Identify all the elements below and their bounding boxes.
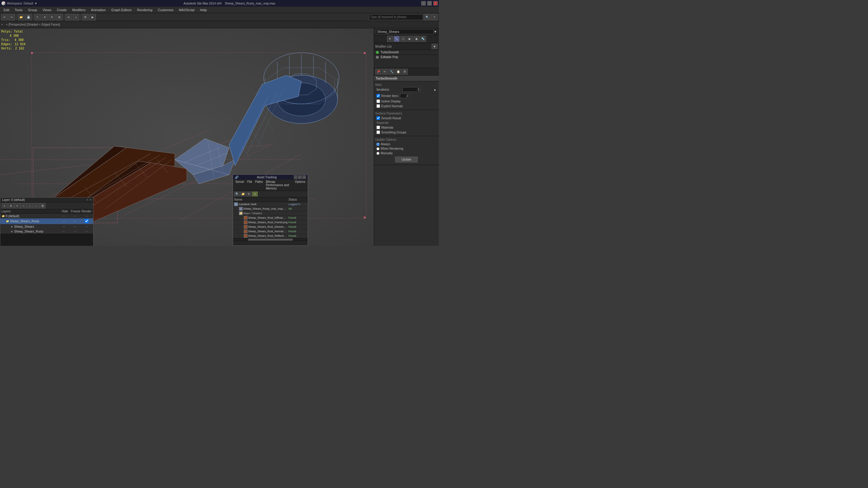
- menu-customize[interactable]: Customize: [156, 7, 176, 12]
- render-button[interactable]: ▶: [89, 14, 96, 21]
- stack-delete-button[interactable]: 🔧: [389, 69, 395, 75]
- layer-panel-close[interactable]: ×: [90, 198, 91, 201]
- panel-icon-modify[interactable]: 🔧: [394, 36, 400, 42]
- align-button[interactable]: ⊥: [73, 14, 79, 21]
- asset-row-reflection[interactable]: I Sheep_Shears_Rust_Reflection.png Found: [233, 234, 308, 238]
- asset-row-diffuse[interactable]: I Sheep_Shears_Rust_Diffuse.png Found: [233, 216, 308, 220]
- asset-menu-bitmap[interactable]: Bitmap Performance and Memory: [265, 180, 293, 190]
- isoline-checkbox[interactable]: [376, 99, 380, 103]
- menu-rendering[interactable]: Rendering: [135, 7, 155, 12]
- iterations-input[interactable]: [402, 87, 421, 92]
- panel-icon-motion[interactable]: ▶: [407, 36, 413, 42]
- layer-down-button[interactable]: ↓: [27, 203, 33, 208]
- asset-row-maxfile[interactable]: M Sheep_Shears_Rusty_max_vray.max Ok: [233, 207, 308, 211]
- manually-radio[interactable]: [376, 152, 379, 155]
- asset-row-frenel[interactable]: I Sheep_Shears_Rust_Frenel.png Found: [233, 220, 308, 225]
- scale-button[interactable]: ⊞: [56, 14, 63, 21]
- layer-row-2[interactable]: ◈ Sheep_Shears --- --- ---: [0, 224, 93, 229]
- asset-btn-2[interactable]: 📁: [240, 192, 246, 196]
- select-button[interactable]: ↖: [34, 14, 41, 21]
- always-radio[interactable]: [376, 143, 379, 146]
- menu-tools[interactable]: Tools: [12, 7, 25, 12]
- menu-animation[interactable]: Animation: [89, 7, 108, 12]
- minimize-button[interactable]: −: [421, 1, 426, 5]
- right-panel-dropdown-arrow: ▼: [434, 30, 437, 33]
- asset-menu-paths[interactable]: Paths: [254, 180, 264, 190]
- asset-close-button[interactable]: ×: [302, 175, 306, 179]
- rotate-button[interactable]: ↻: [49, 14, 56, 21]
- panel-icon-utilities[interactable]: 🔩: [420, 36, 426, 42]
- asset-btn-list[interactable]: ≡: [252, 192, 258, 196]
- asset-minimize-button[interactable]: −: [294, 175, 298, 179]
- layer-panel-question[interactable]: ×: [87, 198, 88, 201]
- modifier-dropdown-button[interactable]: ▼: [432, 44, 438, 49]
- update-button[interactable]: Update: [395, 157, 417, 162]
- menu-help[interactable]: Help: [198, 7, 210, 12]
- maximize-button[interactable]: □: [427, 1, 432, 5]
- asset-scrollbar[interactable]: [233, 238, 308, 241]
- menu-modifiers[interactable]: Modifiers: [70, 7, 88, 12]
- layer-up-button[interactable]: ↑: [21, 203, 27, 208]
- redo-button[interactable]: ↪: [8, 14, 15, 21]
- iterations-spinner-up[interactable]: ▲: [433, 88, 436, 91]
- asset-row-glossiness[interactable]: I Sheep_Shears_Rust_Glossiness.png Found: [233, 225, 308, 229]
- render-iters-checkbox[interactable]: [376, 94, 380, 98]
- asset-row-maps[interactable]: 📁 Maps / Shaders: [233, 211, 308, 216]
- asset-row-normal[interactable]: I Sheep_Shears_Rust_Normal.png Found: [233, 229, 308, 234]
- asset-btn-3[interactable]: ↻: [246, 192, 252, 196]
- asset-row-vault[interactable]: V Autodesk Vault Logged O: [233, 202, 308, 207]
- layer-row-3[interactable]: ◈ Sheep_Shears_Rusty --- --- ---: [0, 229, 93, 234]
- stack-copy-button[interactable]: 📋: [395, 69, 401, 75]
- layer-move-button[interactable]: →: [33, 203, 39, 208]
- layer-render-checkbox-1[interactable]: [85, 219, 89, 223]
- stack-configure-button[interactable]: ✏: [382, 69, 388, 75]
- viewport[interactable]: Polys: Total 4 308 Tris: 4 308 Edges: 12…: [0, 28, 374, 246]
- panel-icon-create[interactable]: ✦: [387, 36, 393, 42]
- asset-menu-file[interactable]: File: [246, 180, 253, 190]
- asset-menu-options[interactable]: Options: [294, 180, 307, 190]
- when-rendering-radio[interactable]: [376, 147, 379, 150]
- smoothing-groups-checkbox[interactable]: [376, 130, 380, 134]
- asset-scrollbar-thumb[interactable]: [248, 238, 293, 241]
- turbosmooth-header[interactable]: TurboSmooth: [374, 76, 439, 82]
- explicit-normals-checkbox[interactable]: [376, 104, 380, 108]
- panel-icon-hierarchy[interactable]: ⬡: [400, 36, 406, 42]
- search-icon-button[interactable]: 🔍: [424, 14, 430, 21]
- menu-views[interactable]: Views: [40, 7, 54, 12]
- render-setup-button[interactable]: ⚙: [82, 14, 89, 21]
- mirror-button[interactable]: ⇔: [65, 14, 72, 21]
- layer-expand-button[interactable]: +: [14, 203, 20, 208]
- move-button[interactable]: ✛: [41, 14, 48, 21]
- stack-paste-button[interactable]: ⚙: [402, 69, 408, 75]
- materials-row: Materials: [375, 125, 438, 130]
- materials-checkbox[interactable]: [376, 126, 380, 129]
- help-button[interactable]: ?: [431, 14, 438, 21]
- undo-button[interactable]: ↩: [1, 14, 8, 21]
- menu-maxscript[interactable]: MAXScript: [177, 7, 197, 12]
- asset-btn-1[interactable]: 🔍: [234, 192, 240, 196]
- svg-rect-50: [31, 52, 33, 54]
- panel-icon-display[interactable]: ◉: [413, 36, 420, 42]
- object-name-input[interactable]: [376, 29, 434, 34]
- modifier-turbosmooth-row[interactable]: TurboSmooth: [374, 50, 439, 55]
- menu-group[interactable]: Group: [26, 7, 40, 12]
- layer-add-button[interactable]: +: [1, 203, 7, 208]
- close-button[interactable]: ×: [433, 1, 438, 5]
- asset-menu-server[interactable]: Server: [234, 180, 245, 190]
- menu-edit[interactable]: Edit: [1, 7, 12, 12]
- menu-create[interactable]: Create: [54, 7, 69, 12]
- modifier-editablepoly-row[interactable]: Editable Poly: [374, 55, 439, 59]
- layer-row-0[interactable]: 📁 0 (default) --- --- ---: [0, 214, 93, 218]
- smooth-result-checkbox[interactable]: [376, 116, 380, 120]
- layer-row-1[interactable]: 📁 Sheep_Shears_Rusty --- ---: [0, 218, 93, 224]
- render-iters-input[interactable]: [400, 93, 409, 98]
- save-button[interactable]: 💾: [25, 14, 32, 21]
- layer-delete-button[interactable]: ✕: [8, 203, 14, 208]
- menu-graph-editors[interactable]: Graph Editors: [109, 7, 134, 12]
- layer-settings-button[interactable]: ⚙: [39, 203, 45, 208]
- stack-pin-button[interactable]: 📌: [375, 69, 381, 75]
- update-options-label: Update Options: [375, 137, 438, 142]
- search-input[interactable]: [369, 14, 423, 20]
- open-button[interactable]: 📂: [18, 14, 24, 21]
- asset-restore-button[interactable]: □: [298, 175, 302, 179]
